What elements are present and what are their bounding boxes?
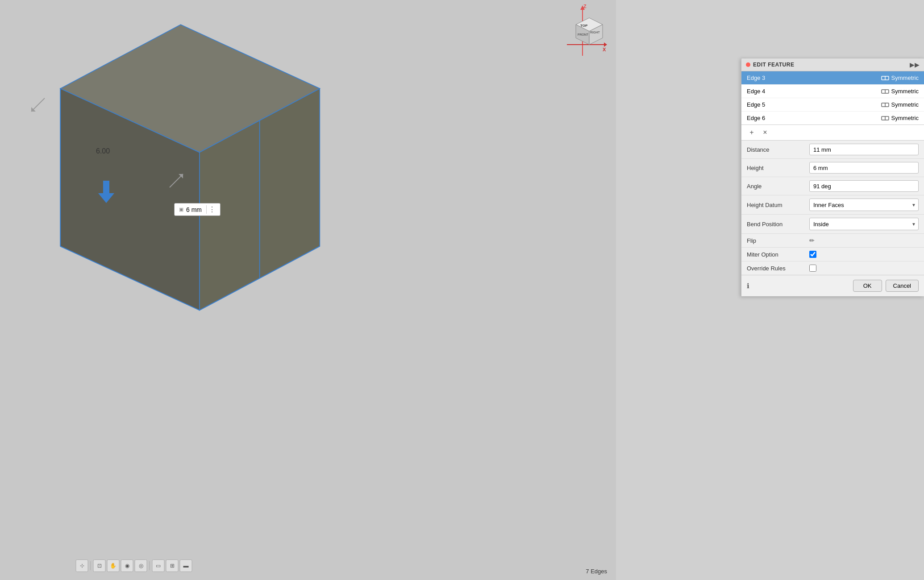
cancel-button[interactable]: Cancel	[886, 280, 919, 292]
edge-label-1: Edge 4	[747, 88, 765, 95]
dimension-3d-text: 6.00	[96, 147, 110, 155]
edge-type-0: Symmetric	[881, 75, 919, 81]
toolbar-btn-6[interactable]: ▭	[152, 559, 165, 572]
arrow-right-indicator	[167, 172, 185, 191]
miter-option-checkbox[interactable]	[809, 251, 816, 258]
angle-row: Angle	[741, 177, 924, 195]
edge-label-2: Edge 5	[747, 101, 765, 108]
bend-position-row: Bend Position Inside Outside Middle ▼	[741, 215, 924, 234]
edge-actions: + ×	[741, 125, 924, 141]
panel-forward-button[interactable]: ▶▶	[910, 61, 920, 68]
height-label: Height	[747, 165, 805, 171]
edge-type-2: Symmetric	[881, 101, 919, 108]
dimension-menu-icon[interactable]: ⋮	[206, 205, 216, 214]
edge-row-0[interactable]: Edge 3 Symmetric	[741, 71, 924, 85]
panel-close-dot[interactable]	[746, 62, 750, 67]
edge-type-1: Symmetric	[881, 88, 919, 95]
svg-text:Z: Z	[583, 4, 587, 9]
bend-position-select-wrapper: Inside Outside Middle ▼	[809, 218, 919, 230]
edge-list: Edge 3 Symmetric Edge 4	[741, 71, 924, 125]
panel-title-text: EDIT FEATURE	[753, 62, 794, 68]
edge-type-3: Symmetric	[881, 115, 919, 121]
info-button[interactable]: ℹ	[747, 282, 749, 290]
symmetric-icon-2	[881, 102, 889, 108]
height-input[interactable]	[809, 162, 919, 174]
remove-edge-button[interactable]: ×	[760, 128, 770, 137]
symmetric-icon-1	[881, 88, 889, 95]
edge-label-3: Edge 6	[747, 115, 765, 121]
angle-input[interactable]	[809, 180, 919, 192]
panel-title: EDIT FEATURE	[746, 62, 794, 68]
dim-icon: ▣	[179, 207, 183, 212]
form-section: Distance Height Angle Height Datum Inner…	[741, 141, 924, 275]
flip-label: Flip	[747, 237, 805, 244]
toolbar-btn-2[interactable]: ⊡	[93, 559, 106, 572]
override-rules-label: Override Rules	[747, 265, 805, 272]
toolbar-btn-5[interactable]: ◎	[135, 559, 147, 572]
svg-marker-18	[604, 42, 607, 47]
edge-row-3[interactable]: Edge 6 Symmetric	[741, 112, 924, 124]
bend-position-label: Bend Position	[747, 221, 805, 228]
svg-marker-13	[98, 193, 114, 203]
distance-row: Distance	[741, 141, 924, 159]
toolbar-btn-4[interactable]: ◉	[121, 559, 133, 572]
edit-feature-panel: EDIT FEATURE ▶▶ Edge 3 Symmetric Edge 4	[741, 58, 924, 296]
navigation-cube[interactable]: Z X TOP FRONT RIGHT	[558, 4, 607, 58]
override-rules-row: Override Rules	[741, 261, 924, 275]
toolbar-btn-8[interactable]: ▬	[180, 559, 192, 572]
symmetric-icon-0	[881, 75, 889, 81]
panel-footer: ℹ OK Cancel	[741, 275, 924, 296]
toolbar-btn-3[interactable]: ✋	[107, 559, 120, 572]
miter-option-row: Miter Option	[741, 248, 924, 261]
toolbar-btn-7[interactable]: ⊞	[166, 559, 179, 572]
svg-text:FRONT: FRONT	[578, 33, 589, 36]
edge-count: 7 Edges	[586, 568, 607, 575]
add-edge-button[interactable]: +	[747, 128, 757, 137]
angle-label: Angle	[747, 183, 805, 190]
override-rules-checkbox[interactable]	[809, 265, 816, 272]
toolbar-btn-1[interactable]: ⊹	[76, 559, 88, 572]
arrow-left-indicator	[29, 96, 47, 115]
height-datum-select[interactable]: Inner Faces Outer Faces	[809, 199, 919, 211]
symmetric-icon-3	[881, 115, 889, 121]
footer-buttons: OK Cancel	[853, 280, 919, 292]
edge-row-1[interactable]: Edge 4 Symmetric	[741, 85, 924, 98]
svg-text:X: X	[603, 47, 606, 52]
flip-row: Flip ✏	[741, 234, 924, 248]
miter-option-label: Miter Option	[747, 251, 805, 258]
height-row: Height	[741, 159, 924, 177]
edge-label-0: Edge 3	[747, 75, 765, 81]
3d-viewport[interactable]: 6.00 ▣ 6 mm ⋮ Z	[0, 0, 616, 580]
dimension-popup[interactable]: ▣ 6 mm ⋮	[174, 203, 221, 216]
height-datum-row: Height Datum Inner Faces Outer Faces ▼	[741, 195, 924, 215]
svg-rect-12	[103, 181, 109, 193]
cube-3d	[18, 13, 366, 370]
panel-header: EDIT FEATURE ▶▶	[741, 58, 924, 71]
distance-label: Distance	[747, 146, 805, 153]
bend-position-select[interactable]: Inside Outside Middle	[809, 218, 919, 230]
blue-down-arrow	[98, 181, 114, 204]
flip-icon[interactable]: ✏	[809, 237, 815, 244]
distance-input[interactable]	[809, 144, 919, 155]
height-datum-select-wrapper: Inner Faces Outer Faces ▼	[809, 199, 919, 211]
svg-text:TOP: TOP	[580, 24, 588, 28]
svg-text:RIGHT: RIGHT	[590, 31, 600, 34]
edge-row-2[interactable]: Edge 5 Symmetric	[741, 98, 924, 112]
ok-button[interactable]: OK	[853, 280, 882, 292]
dimension-value: 6 mm	[186, 206, 202, 213]
bottom-toolbar: ⊹ ⊡ ✋ ◉ ◎ ▭ ⊞ ▬	[76, 559, 192, 572]
height-datum-label: Height Datum	[747, 202, 805, 208]
